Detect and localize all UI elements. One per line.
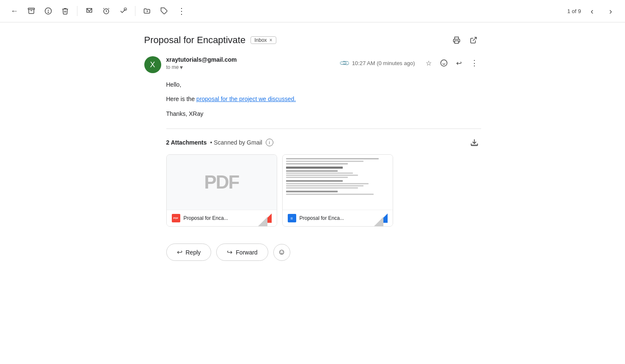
svg-rect-8 xyxy=(454,41,458,44)
delete-icon xyxy=(61,7,69,15)
popout-button[interactable] xyxy=(466,33,481,48)
star-icon: ☆ xyxy=(426,59,432,67)
print-button[interactable] xyxy=(449,33,464,48)
meta-icons: ☆ ↩ ⋮ xyxy=(422,56,481,70)
forward-icon: ↪ xyxy=(227,248,232,256)
attachment-clip-icon: 📎 xyxy=(339,57,350,69)
archive-button[interactable] xyxy=(24,3,39,19)
svg-line-9 xyxy=(473,37,476,41)
emoji-reaction-button[interactable] xyxy=(437,56,451,70)
attachments-grid: PDF PDF Proposal for Enca... xyxy=(166,154,481,227)
next-icon: › xyxy=(609,6,612,16)
forward-button[interactable]: ↪ Forward xyxy=(216,244,268,261)
email-meta: 📎 10:27 AM (0 minutes ago) ☆ ↩ ⋮ xyxy=(340,56,481,70)
scan-info-button[interactable]: i xyxy=(266,139,273,146)
attachment-doc-footer: ≡ Proposal for Enca... xyxy=(283,210,393,226)
star-button[interactable]: ☆ xyxy=(422,56,435,70)
subject-row: Proposal for Encaptivate Inbox × xyxy=(144,33,481,48)
pdf-label: PDF xyxy=(173,217,179,219)
more-icon: ⋮ xyxy=(177,6,185,16)
attachment-header: 2 Attachments • Scanned by Gmail i xyxy=(166,129,481,154)
mark-icon xyxy=(85,7,93,15)
forward-label: Forward xyxy=(236,249,257,256)
popout-icon xyxy=(470,36,477,44)
snooze-button[interactable] xyxy=(99,3,114,19)
svg-point-3 xyxy=(48,12,49,13)
chevron-down-icon: ▾ xyxy=(180,64,183,71)
attachment-pdf[interactable]: PDF PDF Proposal for Enca... xyxy=(166,154,277,227)
next-email-button[interactable]: › xyxy=(603,3,618,19)
inbox-label: Inbox xyxy=(254,37,267,43)
emoji-btn-icon: ☺ xyxy=(278,248,285,257)
timestamp: 10:27 AM (0 minutes ago) xyxy=(352,60,415,66)
email-container: Proposal for Encaptivate Inbox × X xrayt… xyxy=(131,22,495,279)
attachment-pdf-footer: PDF Proposal for Enca... xyxy=(167,210,277,226)
proposal-link[interactable]: proposal for the project we discussed. xyxy=(196,96,296,102)
report-icon xyxy=(44,7,52,15)
delete-button[interactable] xyxy=(58,3,73,19)
email-signature: Thanks, XRay xyxy=(166,109,481,118)
svg-point-10 xyxy=(441,60,447,66)
emoji-button[interactable]: ☺ xyxy=(273,244,290,261)
reply-area: ↩ Reply ↪ Forward ☺ xyxy=(144,227,481,269)
doc-preview-content xyxy=(286,158,389,196)
attachment-doc[interactable]: ≡ Proposal for Enca... xyxy=(282,154,393,227)
inbox-badge[interactable]: Inbox × xyxy=(251,36,276,44)
doc-type-icon: ≡ xyxy=(288,214,296,222)
email-body-paragraph: Here is the proposal for the project we … xyxy=(166,94,481,104)
subject-actions xyxy=(449,33,481,48)
body-text-before: Here is the xyxy=(166,96,197,102)
more-button[interactable]: ⋮ xyxy=(173,3,189,19)
corner-gray-1 xyxy=(258,217,267,226)
separator-1 xyxy=(77,6,77,16)
pdf-type-icon: PDF xyxy=(172,214,180,222)
email-greeting: Hello, xyxy=(166,80,481,89)
reply-label: Reply xyxy=(186,249,201,256)
reply-icon: ↩ xyxy=(177,248,182,256)
prev-email-button[interactable]: ‹ xyxy=(584,3,600,19)
back-button[interactable] xyxy=(7,3,22,19)
archive-icon xyxy=(28,7,35,15)
print-icon xyxy=(453,36,460,44)
more-header-icon: ⋮ xyxy=(471,58,478,68)
attachment-pdf-name: Proposal for Enca... xyxy=(184,215,259,221)
corner-gray-2 xyxy=(374,217,383,226)
drive-save-icon xyxy=(470,138,479,147)
sender-info: xraytutorials@gmail.com to me ▾ xyxy=(166,56,335,71)
pdf-large-icon: PDF xyxy=(204,172,239,193)
to-label: to me xyxy=(166,64,179,70)
move-icon xyxy=(143,7,151,15)
reply-header-icon: ↩ xyxy=(456,59,462,67)
pagination-text: 1 of 9 xyxy=(567,8,581,14)
snooze-icon xyxy=(102,7,110,15)
prev-icon: ‹ xyxy=(591,6,594,16)
sender-to[interactable]: to me ▾ xyxy=(166,64,335,71)
subject-title: Proposal for Encaptivate xyxy=(144,35,246,46)
save-to-drive-button[interactable] xyxy=(468,136,481,149)
email-header: X xraytutorials@gmail.com to me ▾ 📎 10:2… xyxy=(144,56,481,73)
emoji-icon xyxy=(440,59,448,67)
report-button[interactable] xyxy=(41,3,56,19)
svg-rect-0 xyxy=(28,8,35,9)
toolbar: ⋮ 1 of 9 ‹ › xyxy=(0,0,625,22)
separator-2 xyxy=(135,6,135,16)
doc-label: ≡ xyxy=(291,216,293,221)
attachment-section: 2 Attachments • Scanned by Gmail i PDF xyxy=(144,129,481,227)
done-button[interactable] xyxy=(116,3,131,19)
pagination: 1 of 9 ‹ › xyxy=(567,3,618,19)
reply-button[interactable]: ↩ Reply xyxy=(166,244,212,261)
sender-email: xraytutorials@gmail.com xyxy=(166,56,335,63)
back-icon xyxy=(11,7,18,16)
more-header-button[interactable]: ⋮ xyxy=(468,56,481,70)
move-button[interactable] xyxy=(140,3,155,19)
label-icon xyxy=(160,7,168,15)
label-button[interactable] xyxy=(157,3,172,19)
mark-unread-button[interactable] xyxy=(82,3,97,19)
done-icon xyxy=(119,7,127,15)
badge-close-icon[interactable]: × xyxy=(270,37,273,43)
email-body: Hello, Here is the proposal for the proj… xyxy=(144,80,481,118)
attachment-doc-name: Proposal for Enca... xyxy=(300,215,375,221)
reply-header-button[interactable]: ↩ xyxy=(452,56,466,70)
attachment-pdf-preview: PDF xyxy=(167,155,277,210)
scanned-label: • Scanned by Gmail xyxy=(210,139,262,146)
